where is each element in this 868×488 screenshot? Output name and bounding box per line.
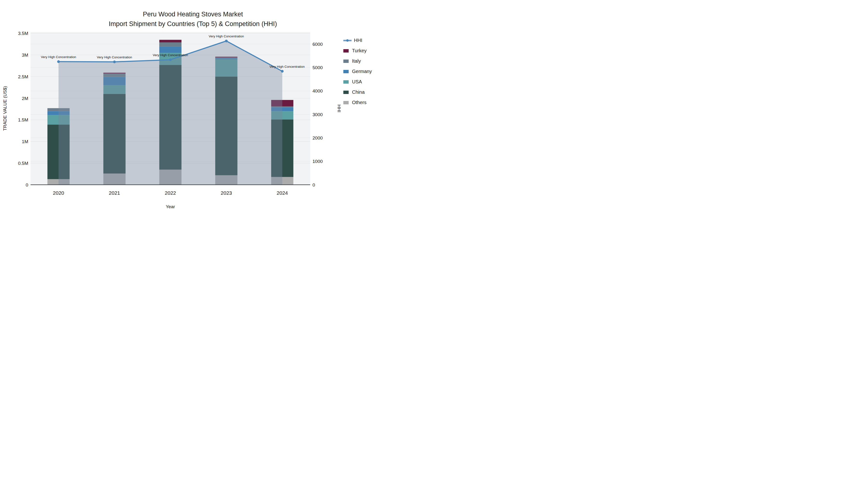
x-tick-2022: 2022 bbox=[165, 190, 176, 196]
legend-swatch-others bbox=[343, 101, 349, 104]
y1-tick-2.5M: 2.5M bbox=[18, 74, 28, 79]
y2-tick-5000: 5000 bbox=[312, 65, 322, 70]
hhi-marker-2022[interactable] bbox=[169, 58, 172, 61]
legend-swatch-italy bbox=[343, 60, 349, 63]
chart-canvas: Very High ConcentrationVery High Concent… bbox=[0, 0, 386, 217]
legend-label-others: Others bbox=[352, 100, 367, 105]
y2-tick-4000: 4000 bbox=[312, 89, 322, 94]
x-tick-2023: 2023 bbox=[221, 190, 232, 196]
y2-tick-0: 0 bbox=[312, 183, 315, 188]
hhi-marker-2023[interactable] bbox=[225, 39, 227, 42]
annotation-2021: Very High Concentration bbox=[97, 56, 132, 59]
bar-segment-germany-2022[interactable] bbox=[159, 47, 182, 53]
annotation-2023: Very High Concentration bbox=[209, 34, 244, 38]
legend-swatch-germany bbox=[343, 70, 349, 73]
legend-item-germany[interactable]: Germany bbox=[343, 66, 372, 77]
annotation-2022: Very High Concentration bbox=[153, 53, 188, 57]
bar-segment-italy-2022[interactable] bbox=[159, 42, 182, 47]
hhi-marker-2020[interactable] bbox=[57, 60, 60, 63]
y2-tick-2000: 2000 bbox=[312, 135, 322, 140]
legend-swatch-usa bbox=[343, 80, 349, 84]
y-axis-left-ticks: 00.5M1M1.5M2M2.5M3M3.5M bbox=[18, 31, 28, 188]
y1-tick-3.5M: 3.5M bbox=[18, 31, 28, 36]
hhi-marker-2024[interactable] bbox=[281, 70, 283, 72]
y1-tick-0.5M: 0.5M bbox=[18, 161, 28, 166]
x-tick-2020: 2020 bbox=[53, 190, 64, 196]
legend-item-turkey[interactable]: Turkey bbox=[343, 45, 372, 56]
legend-item-usa[interactable]: USA bbox=[343, 77, 372, 87]
y1-tick-3M: 3M bbox=[22, 53, 28, 58]
legend-swatch-turkey bbox=[343, 49, 349, 53]
y-axis-left-title: TRADE VALUE (US$) bbox=[2, 86, 7, 131]
legend: HHITurkeyItalyGermanyUSAChinaOthers bbox=[343, 35, 372, 108]
legend-label-italy: Italy bbox=[352, 58, 361, 64]
legend-label-china: China bbox=[352, 89, 365, 95]
hhi-marker-2021[interactable] bbox=[113, 61, 116, 63]
y-axis-right-ticks: 0100020003000400050006000 bbox=[312, 42, 322, 188]
legend-label-usa: USA bbox=[352, 79, 362, 85]
y1-tick-0: 0 bbox=[26, 183, 28, 188]
legend-item-italy[interactable]: Italy bbox=[343, 56, 372, 66]
legend-label-hhi: HHI bbox=[354, 38, 362, 43]
x-tick-2024: 2024 bbox=[277, 190, 288, 196]
hhi-line-icon bbox=[343, 39, 351, 42]
chart-title-line2: Import Shipment by Countries (Top 5) & C… bbox=[109, 20, 277, 28]
legend-label-germany: Germany bbox=[352, 69, 372, 74]
x-tick-2021: 2021 bbox=[109, 190, 120, 196]
annotation-2020: Very High Concentration bbox=[41, 55, 76, 59]
y2-tick-1000: 1000 bbox=[312, 159, 322, 164]
chart-title-line1: Peru Wood Heating Stoves Market bbox=[143, 10, 243, 18]
hhi-area-polygon bbox=[59, 41, 282, 185]
x-axis-ticks: 20202021202220232024 bbox=[53, 190, 288, 196]
figure: Very High ConcentrationVery High Concent… bbox=[0, 0, 386, 217]
y-axis-right-title: HHI bbox=[337, 105, 342, 112]
y1-tick-1M: 1M bbox=[22, 139, 28, 144]
legend-item-others[interactable]: Others bbox=[343, 97, 372, 108]
y1-tick-2M: 2M bbox=[22, 96, 28, 101]
hhi-area-fill bbox=[59, 41, 282, 185]
annotation-2024: Very High Concentration bbox=[270, 65, 305, 68]
bar-segment-turkey-2022[interactable] bbox=[159, 40, 182, 42]
y1-tick-1.5M: 1.5M bbox=[18, 117, 28, 123]
y2-tick-6000: 6000 bbox=[312, 42, 322, 47]
legend-item-hhi[interactable]: HHI bbox=[343, 35, 372, 45]
y2-tick-3000: 3000 bbox=[312, 112, 322, 117]
legend-label-turkey: Turkey bbox=[352, 48, 367, 54]
legend-item-china[interactable]: China bbox=[343, 87, 372, 97]
legend-swatch-china bbox=[343, 91, 349, 94]
x-axis-title: Year bbox=[166, 204, 175, 209]
